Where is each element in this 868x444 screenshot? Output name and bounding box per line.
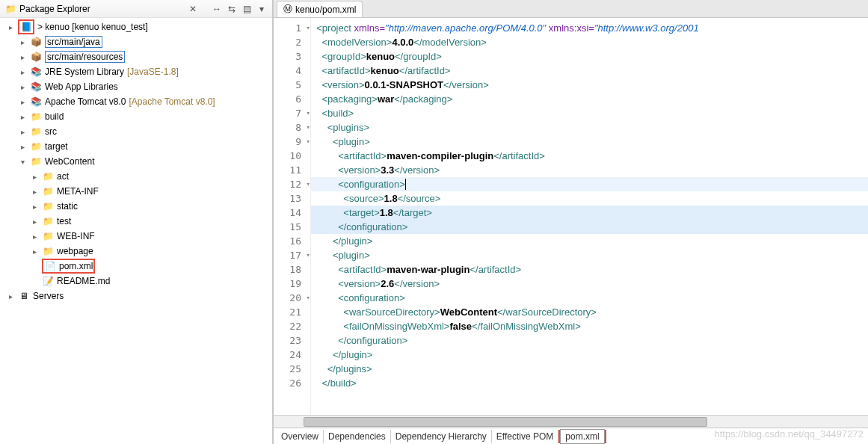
link-editor-icon[interactable]: ↔ xyxy=(211,3,223,15)
caret-icon[interactable]: ▸ xyxy=(30,173,39,181)
tree-item[interactable]: ▸📁META-INF xyxy=(4,184,272,199)
line-number[interactable]: 1 xyxy=(274,21,310,35)
line-number[interactable]: 16 xyxy=(274,234,310,248)
line-number-gutter[interactable]: 1234567891011121314151617181920212223242… xyxy=(274,18,311,415)
tree-item[interactable]: ▸📁act xyxy=(4,169,272,184)
caret-icon[interactable]: ▸ xyxy=(30,218,39,226)
min-icon[interactable]: ▾ xyxy=(256,3,268,15)
line-number[interactable]: 12 xyxy=(274,177,310,191)
tree-item[interactable]: ▸📦src/main/java xyxy=(4,34,272,49)
line-number[interactable]: 22 xyxy=(274,319,310,333)
tree-item[interactable]: ▸📁target xyxy=(4,139,272,154)
tree-item[interactable]: ▸📁WEB-INF xyxy=(4,229,272,244)
line-number[interactable]: 10 xyxy=(274,149,310,163)
code-line[interactable]: </configuration> xyxy=(311,333,868,348)
line-number[interactable]: 24 xyxy=(274,348,310,362)
line-number[interactable]: 14 xyxy=(274,206,310,220)
line-number[interactable]: 13 xyxy=(274,191,310,206)
code-line[interactable]: <configuration> xyxy=(311,291,868,305)
code-line[interactable]: <plugin> xyxy=(311,248,868,262)
line-number[interactable]: 2 xyxy=(274,35,310,49)
tree-item[interactable]: ▸📦src/main/resources xyxy=(4,49,272,64)
code-line[interactable]: <artifactId>maven-compiler-plugin</artif… xyxy=(311,149,868,163)
caret-icon[interactable]: ▸ xyxy=(18,128,27,136)
scrollbar-thumb[interactable] xyxy=(304,417,707,427)
line-number[interactable]: 4 xyxy=(274,64,310,78)
bottom-tab-pom.xml[interactable]: pom.xml xyxy=(560,429,604,444)
caret-icon[interactable]: ▸ xyxy=(18,113,27,121)
code-line[interactable]: </build> xyxy=(311,376,868,390)
line-number[interactable]: 21 xyxy=(274,305,310,319)
tree-item[interactable]: ▸📚Apache Tomcat v8.0 [Apache Tomcat v8.0… xyxy=(4,94,272,109)
code-line[interactable]: <build> xyxy=(311,106,868,120)
caret-icon[interactable]: ▸ xyxy=(6,292,15,300)
line-number[interactable]: 9 xyxy=(274,135,310,149)
line-number[interactable]: 5 xyxy=(274,78,310,92)
bottom-tab-effective-pom[interactable]: Effective POM xyxy=(492,430,558,443)
code-line[interactable]: <packaging>war</packaging> xyxy=(311,92,868,106)
code-line[interactable]: <groupId>kenuo</groupId> xyxy=(311,49,868,64)
line-number[interactable]: 19 xyxy=(274,277,310,291)
code-line[interactable]: <artifactId>maven-war-plugin</artifactId… xyxy=(311,262,868,277)
caret-icon[interactable]: ▸ xyxy=(6,23,15,31)
code-line[interactable]: <version>2.6</version> xyxy=(311,277,868,291)
line-number[interactable]: 26 xyxy=(274,376,310,390)
caret-icon[interactable]: ▾ xyxy=(18,158,27,166)
code-line[interactable]: <modelVersion>4.0.0</modelVersion> xyxy=(311,35,868,49)
code-line[interactable]: <artifactId>kenuo</artifactId> xyxy=(311,64,868,78)
code-line[interactable]: <target>1.8</target> xyxy=(311,206,868,220)
caret-icon[interactable]: ▸ xyxy=(30,232,39,241)
caret-icon[interactable]: ▸ xyxy=(18,53,27,61)
caret-icon[interactable]: ▸ xyxy=(18,98,27,106)
caret-icon[interactable]: ▸ xyxy=(30,203,39,211)
code-line[interactable]: <plugin> xyxy=(311,135,868,149)
caret-icon[interactable]: ▸ xyxy=(18,38,27,46)
bottom-tab-dependency-hierarchy[interactable]: Dependency Hierarchy xyxy=(391,430,492,443)
code-line[interactable]: <failOnMissingWebXml>false</failOnMissin… xyxy=(311,319,868,333)
code-line[interactable]: <configuration> xyxy=(311,177,868,191)
tree-item[interactable]: ▸📁webpage xyxy=(4,244,272,259)
code-line[interactable]: <version>0.0.1-SNAPSHOT</version> xyxy=(311,78,868,92)
code-line[interactable]: <project xmlns="http://maven.apache.org/… xyxy=(311,21,868,35)
code-line[interactable]: </plugin> xyxy=(311,234,868,248)
caret-icon[interactable]: ▸ xyxy=(18,143,27,151)
bottom-tab-overview[interactable]: Overview xyxy=(277,430,324,443)
tree-item[interactable]: ▸🖥Servers xyxy=(4,289,272,303)
line-number[interactable]: 8 xyxy=(274,120,310,135)
tree-item[interactable]: ▸📚JRE System Library [JavaSE-1.8] xyxy=(4,64,272,79)
caret-icon[interactable]: ▸ xyxy=(18,68,27,76)
caret-icon[interactable]: ▸ xyxy=(18,83,27,91)
editor-tab-pom[interactable]: Ⓜ kenuo/pom.xml xyxy=(277,1,363,17)
tree-item[interactable]: ▸📁static xyxy=(4,199,272,214)
code-line[interactable]: <version>3.3</version> xyxy=(311,163,868,177)
caret-icon[interactable]: ▸ xyxy=(30,247,39,256)
project-tree[interactable]: ▸📘> kenuo [kenuo kenuo_test]▸📦src/main/j… xyxy=(0,18,272,444)
caret-icon[interactable]: ▸ xyxy=(30,188,39,196)
close-icon[interactable]: ✕ xyxy=(187,3,199,15)
line-number[interactable]: 20 xyxy=(274,291,310,305)
collapse-all-icon[interactable]: ⇆ xyxy=(226,3,238,15)
tree-item[interactable]: 📄pom.xml xyxy=(4,259,272,274)
line-number[interactable]: 25 xyxy=(274,362,310,376)
code-line[interactable]: </configuration> xyxy=(311,220,868,234)
code-line[interactable]: </plugins> xyxy=(311,362,868,376)
horizontal-scrollbar[interactable] xyxy=(274,415,868,428)
line-number[interactable]: 18 xyxy=(274,262,310,277)
code-line[interactable]: <plugins> xyxy=(311,120,868,135)
tree-item[interactable]: ▾📁WebContent xyxy=(4,154,272,169)
tree-item[interactable]: ▸📘> kenuo [kenuo kenuo_test] xyxy=(4,19,272,34)
tree-item[interactable]: ▸📁build xyxy=(4,109,272,124)
code-line[interactable]: <source>1.8</source> xyxy=(311,191,868,206)
tree-item[interactable]: ▸📁src xyxy=(4,124,272,139)
code-line[interactable]: <warSourceDirectory>WebContent</warSourc… xyxy=(311,305,868,319)
line-number[interactable]: 6 xyxy=(274,92,310,106)
tree-item[interactable]: ▸📚Web App Libraries xyxy=(4,79,272,94)
tree-item[interactable]: ▸📁test xyxy=(4,214,272,229)
line-number[interactable]: 15 xyxy=(274,220,310,234)
view-menu-icon[interactable]: ▤ xyxy=(241,3,253,15)
code-line[interactable]: </plugin> xyxy=(311,348,868,362)
code-area[interactable]: <project xmlns="http://maven.apache.org/… xyxy=(311,18,868,415)
line-number[interactable]: 23 xyxy=(274,333,310,348)
tree-item[interactable]: 📝README.md xyxy=(4,274,272,289)
line-number[interactable]: 17 xyxy=(274,248,310,262)
